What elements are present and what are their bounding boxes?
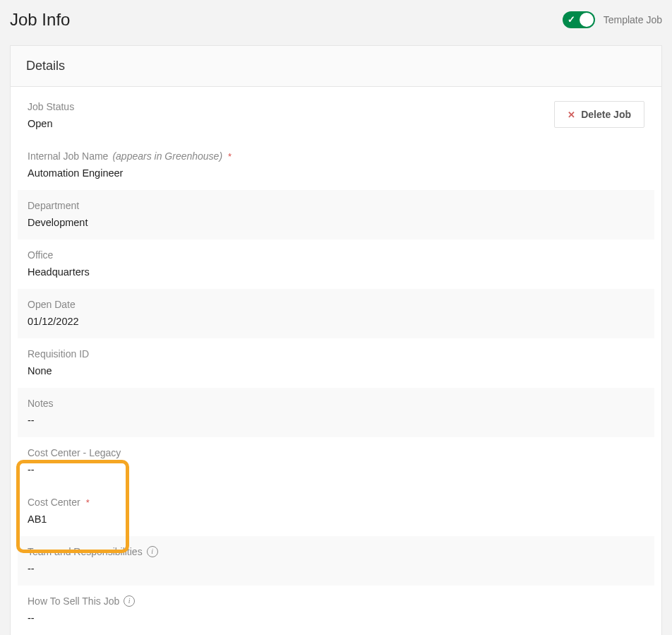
field-notes[interactable]: Notes -- bbox=[18, 388, 654, 437]
details-card: Details Job Status Open ✕ Delete Job Int… bbox=[10, 45, 662, 635]
cost-center-value: AB1 bbox=[28, 514, 644, 525]
cost-center-label: Cost Center * bbox=[28, 497, 644, 508]
delete-job-button[interactable]: ✕ Delete Job bbox=[554, 101, 644, 128]
requisition-id-label: Requisition ID bbox=[28, 348, 644, 360]
cost-center-legacy-label: Cost Center - Legacy bbox=[28, 447, 644, 458]
open-date-value: 01/12/2022 bbox=[28, 316, 644, 327]
team-responsibilities-value: -- bbox=[28, 563, 644, 574]
job-status-value: Open bbox=[28, 118, 554, 129]
template-job-label: Template Job bbox=[604, 14, 662, 25]
notes-label: Notes bbox=[28, 398, 644, 409]
open-date-label: Open Date bbox=[28, 299, 644, 310]
toggle-handle bbox=[580, 13, 594, 27]
field-department[interactable]: Department Development bbox=[18, 190, 654, 239]
internal-job-name-label: Internal Job Name (appears in Greenhouse… bbox=[28, 150, 644, 162]
field-job-status[interactable]: Job Status Open bbox=[28, 101, 554, 129]
page-header: Job Info ✓ Template Job bbox=[10, 10, 662, 30]
template-job-toggle-wrap: ✓ Template Job bbox=[563, 11, 662, 28]
field-cost-center[interactable]: Cost Center * AB1 bbox=[18, 487, 654, 536]
details-body: Job Status Open ✕ Delete Job Internal Jo… bbox=[11, 87, 661, 635]
close-icon: ✕ bbox=[568, 110, 575, 119]
template-job-toggle[interactable]: ✓ bbox=[563, 11, 595, 28]
field-team-responsibilities[interactable]: Team and Responsibilities i -- bbox=[18, 536, 654, 586]
delete-job-label: Delete Job bbox=[581, 109, 631, 120]
office-value: Headquarters bbox=[28, 266, 644, 278]
cost-center-legacy-value: -- bbox=[28, 464, 644, 475]
required-star-icon: * bbox=[228, 151, 232, 162]
department-label: Department bbox=[28, 200, 644, 211]
notes-value: -- bbox=[28, 415, 644, 426]
how-to-sell-value: -- bbox=[28, 612, 644, 624]
internal-job-name-value: Automation Engineer bbox=[28, 167, 644, 179]
field-how-to-sell[interactable]: How To Sell This Job i -- bbox=[18, 586, 654, 635]
department-value: Development bbox=[28, 217, 644, 228]
field-office[interactable]: Office Headquarters bbox=[18, 239, 654, 289]
job-status-label: Job Status bbox=[28, 101, 554, 112]
info-icon[interactable]: i bbox=[124, 595, 135, 607]
how-to-sell-label: How To Sell This Job i bbox=[28, 595, 644, 607]
requisition-id-value: None bbox=[28, 365, 644, 376]
required-star-icon: * bbox=[86, 497, 90, 508]
field-requisition-id[interactable]: Requisition ID None bbox=[18, 338, 654, 388]
checkmark-icon: ✓ bbox=[568, 14, 575, 25]
details-header: Details bbox=[11, 46, 661, 87]
info-icon[interactable]: i bbox=[147, 546, 158, 557]
field-internal-job-name[interactable]: Internal Job Name (appears in Greenhouse… bbox=[18, 141, 654, 190]
office-label: Office bbox=[28, 249, 644, 261]
field-cost-center-legacy[interactable]: Cost Center - Legacy -- bbox=[18, 437, 654, 487]
page-title: Job Info bbox=[10, 10, 70, 30]
team-responsibilities-label: Team and Responsibilities i bbox=[28, 546, 644, 557]
field-open-date[interactable]: Open Date 01/12/2022 bbox=[18, 289, 654, 338]
